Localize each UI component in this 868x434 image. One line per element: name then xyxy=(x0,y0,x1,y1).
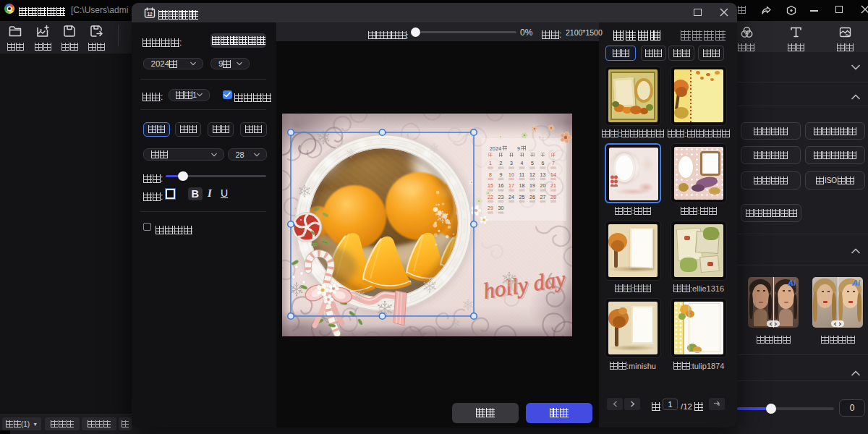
svg-text:5: 5 xyxy=(531,161,534,166)
svg-text:19: 19 xyxy=(529,183,535,188)
svg-text:3: 3 xyxy=(510,161,513,166)
svg-text:21: 21 xyxy=(550,183,556,188)
svg-text:6: 6 xyxy=(542,161,545,166)
svg-text:25: 25 xyxy=(519,195,525,200)
svg-text:2: 2 xyxy=(500,161,503,166)
svg-text:8: 8 xyxy=(489,172,492,177)
svg-text:12: 12 xyxy=(147,11,153,16)
svg-text:11: 11 xyxy=(519,172,524,177)
svg-text:16: 16 xyxy=(498,183,504,188)
svg-text:29: 29 xyxy=(488,205,493,210)
svg-text:14: 14 xyxy=(550,172,556,177)
svg-text:24: 24 xyxy=(509,195,514,200)
svg-text:4: 4 xyxy=(521,161,524,166)
svg-text:2024: 2024 xyxy=(490,146,501,151)
svg-text:9: 9 xyxy=(500,172,503,177)
svg-text:30: 30 xyxy=(498,205,504,210)
svg-text:26: 26 xyxy=(529,195,535,200)
svg-text:12: 12 xyxy=(529,172,535,177)
svg-text:10: 10 xyxy=(509,172,514,177)
svg-text:27: 27 xyxy=(540,195,546,200)
svg-text:15: 15 xyxy=(488,183,493,188)
svg-text:20: 20 xyxy=(540,183,546,188)
svg-text:18: 18 xyxy=(519,183,525,188)
svg-text:13: 13 xyxy=(540,172,546,177)
svg-text:1: 1 xyxy=(489,161,492,166)
svg-text:23: 23 xyxy=(498,195,504,200)
svg-text:7: 7 xyxy=(552,161,555,166)
svg-text:9: 9 xyxy=(517,146,520,151)
svg-text:17: 17 xyxy=(509,183,514,188)
svg-text:28: 28 xyxy=(550,195,556,200)
